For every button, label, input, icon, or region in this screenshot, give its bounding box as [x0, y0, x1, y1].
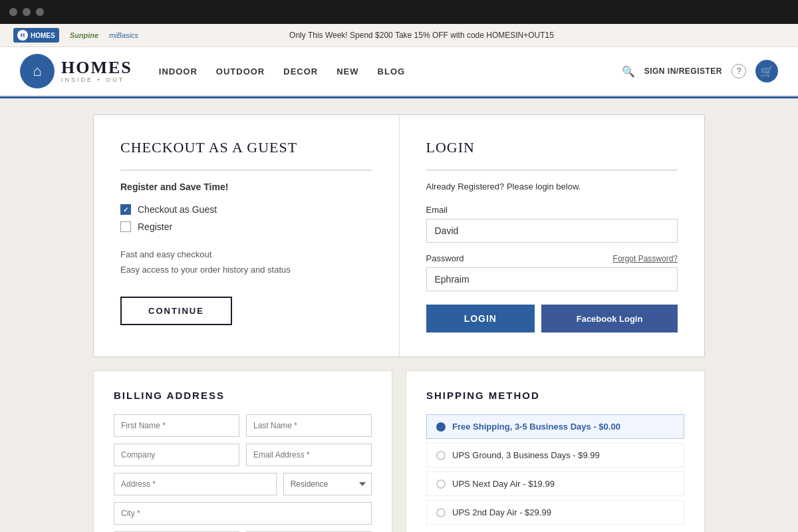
city-input[interactable]	[114, 502, 372, 525]
shipping-option-free-label: Free Shipping, 3-5 Business Days - $0.00	[452, 422, 620, 432]
shipping-radio-free[interactable]	[436, 422, 446, 432]
continue-button[interactable]: CONTINUE	[120, 297, 232, 325]
promo-logos: H HOMES Sunpine miBasics	[13, 28, 138, 43]
guest-section-title: CHECKOUT AS A GUEST	[120, 139, 372, 156]
billing-card: BILLING ADDRESS Residence Business	[93, 370, 392, 532]
address-type-select[interactable]: Residence Business	[283, 473, 372, 495]
checkout-options: ✓ Checkout as Guest Register	[120, 204, 372, 232]
search-icon[interactable]: 🔍	[622, 65, 635, 78]
logo-subtitle: INSIDE + OUT	[61, 77, 132, 84]
shipping-option-ups-next-label: UPS Next Day Air - $19.99	[452, 479, 555, 489]
guest-divider	[120, 170, 372, 171]
window-chrome	[0, 0, 798, 24]
shipping-card: SHIPPING METHOD Free Shipping, 3-5 Busin…	[406, 370, 705, 532]
shipping-option-ups-next[interactable]: UPS Next Day Air - $19.99	[426, 471, 684, 496]
forgot-password-link[interactable]: Forgot Password?	[613, 254, 678, 263]
shipping-radio-ups-2nd[interactable]	[436, 508, 446, 517]
guest-feature-2: Easy access to your order history and st…	[120, 262, 372, 277]
login-button[interactable]: LOGIN	[426, 305, 535, 332]
password-label-row: Password Forgot Password?	[426, 253, 678, 263]
help-button[interactable]: ?	[732, 64, 746, 78]
register-checkbox[interactable]	[120, 221, 131, 232]
guest-section: CHECKOUT AS A GUEST Register and Save Ti…	[94, 115, 400, 356]
shipping-title: SHIPPING METHOD	[426, 390, 684, 401]
shipping-option-ups-ground[interactable]: UPS Ground, 3 Business Days - $9.99	[426, 443, 684, 467]
main-header: ⌂ HOMES INSIDE + OUT INDOOR OUTDOOR DECO…	[0, 47, 798, 96]
shipping-options: Free Shipping, 3-5 Business Days - $0.00…	[426, 414, 684, 525]
email-label-row: Email	[426, 205, 678, 215]
email-address-input[interactable]	[246, 444, 372, 466]
email-input[interactable]	[426, 219, 678, 243]
guest-features: Fast and easy checkout Easy access to yo…	[120, 247, 372, 278]
address-input[interactable]	[114, 473, 277, 495]
nav-indoor[interactable]: INDOOR	[159, 66, 198, 76]
shipping-option-ups-ground-label: UPS Ground, 3 Business Days - $9.99	[452, 450, 600, 460]
shipping-option-free[interactable]: Free Shipping, 3-5 Business Days - $0.00	[426, 414, 684, 439]
billing-title: BILLING ADDRESS	[114, 390, 372, 401]
checkout-login-card: CHECKOUT AS A GUEST Register and Save Ti…	[93, 114, 705, 357]
nav-outdoor[interactable]: OUTDOOR	[216, 66, 265, 76]
window-dot-1	[9, 8, 17, 16]
login-section: LOGIN Already Registered? Please login b…	[400, 115, 705, 356]
address-row: Residence Business	[114, 473, 372, 495]
password-form-group: Password Forgot Password?	[426, 253, 678, 291]
checkmark-icon: ✓	[123, 206, 128, 213]
last-name-input[interactable]	[246, 414, 372, 437]
login-actions: LOGIN Facebook Login	[426, 305, 678, 332]
window-dot-3	[36, 8, 44, 16]
guest-subtitle: Register and Save Time!	[120, 182, 372, 192]
main-nav: INDOOR OUTDOOR DECOR NEW BLOG	[159, 66, 608, 76]
promo-bar: H HOMES Sunpine miBasics Only This Week!…	[0, 24, 798, 47]
password-label: Password	[426, 253, 464, 263]
register-option[interactable]: Register	[120, 221, 372, 232]
company-email-row	[114, 444, 372, 466]
facebook-login-button[interactable]: Facebook Login	[541, 305, 678, 332]
shipping-option-ups-2nd[interactable]: UPS 2nd Day Air - $29.99	[426, 500, 684, 525]
nav-blog[interactable]: BLOG	[378, 66, 406, 76]
cart-icon: 🛒	[760, 65, 773, 78]
homes-logo-text: HOMES	[31, 32, 55, 39]
shipping-radio-ups-ground[interactable]	[436, 451, 446, 460]
sunpine-logo: Sunpine	[70, 31, 98, 39]
checkout-guest-label: Checkout as Guest	[138, 204, 217, 215]
shipping-option-ups-2nd-label: UPS 2nd Day Air - $29.99	[452, 507, 551, 517]
logo-text-area: HOMES INSIDE + OUT	[61, 59, 132, 84]
login-already-text: Already Registered? Please login below.	[426, 182, 678, 192]
logo-circle: ⌂	[20, 54, 55, 88]
register-label: Register	[138, 221, 172, 232]
shipping-radio-ups-next[interactable]	[436, 479, 446, 489]
first-name-input[interactable]	[114, 414, 239, 437]
window-dot-2	[23, 8, 31, 16]
email-form-group: Email	[426, 205, 678, 243]
logo-area: ⌂ HOMES INSIDE + OUT	[20, 54, 132, 88]
name-row	[114, 414, 372, 437]
login-section-title: LOGIN	[426, 139, 678, 156]
checkout-guest-checkbox[interactable]: ✓	[120, 204, 131, 215]
password-input[interactable]	[426, 267, 678, 291]
logo-house-icon: ⌂	[33, 63, 41, 80]
nav-new[interactable]: NEW	[336, 66, 358, 76]
email-label: Email	[426, 205, 448, 215]
promo-text: Only This Week! Spend $200 Take 15% OFF …	[289, 31, 554, 40]
checkout-guest-option[interactable]: ✓ Checkout as Guest	[120, 204, 372, 215]
company-input[interactable]	[114, 444, 239, 466]
logo-title: HOMES	[61, 59, 132, 78]
cart-button[interactable]: 🛒	[755, 60, 778, 82]
guest-feature-1: Fast and easy checkout	[120, 247, 372, 262]
mibasics-logo: miBasics	[109, 31, 138, 39]
homes-logo: H HOMES	[13, 28, 59, 43]
sign-in-button[interactable]: SIGN IN/REGISTER	[644, 66, 722, 76]
header-actions: 🔍 SIGN IN/REGISTER ? 🛒	[622, 60, 778, 82]
bottom-row: BILLING ADDRESS Residence Business	[93, 370, 705, 532]
nav-decor[interactable]: DECOR	[283, 66, 318, 76]
page-content: CHECKOUT AS A GUEST Register and Save Ti…	[80, 114, 718, 532]
login-divider	[426, 170, 678, 171]
homes-h-icon: H	[17, 30, 28, 41]
